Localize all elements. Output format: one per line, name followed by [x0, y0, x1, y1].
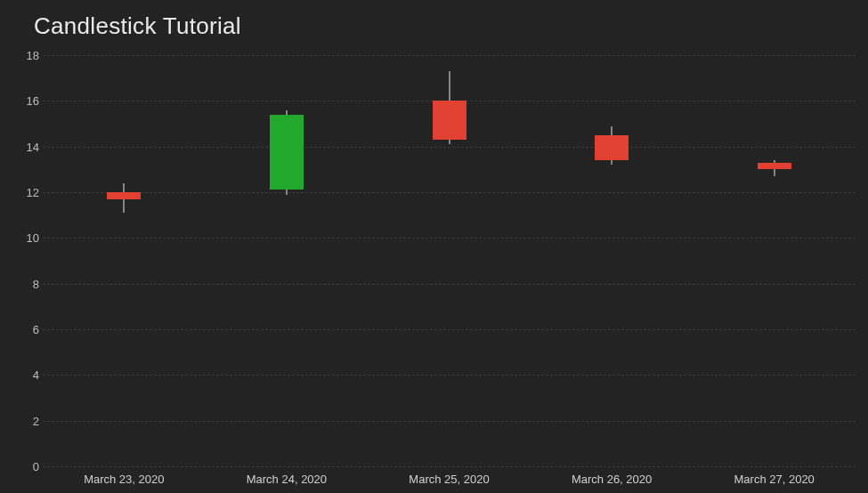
x-tick-label: March 24, 2020 — [247, 473, 327, 486]
candlestick-body — [758, 163, 791, 170]
y-tick-label: 12 — [16, 186, 39, 199]
candlestick — [270, 55, 304, 466]
x-tick-label: March 23, 2020 — [84, 473, 164, 486]
y-gridline — [43, 466, 856, 467]
y-tick-label: 6 — [16, 323, 39, 336]
x-tick-label: March 25, 2020 — [409, 473, 489, 486]
chart-container: Candlestick Tutorial 024681012141618Marc… — [0, 0, 868, 493]
y-tick-label: 4 — [16, 368, 39, 382]
y-tick-label: 10 — [16, 231, 39, 245]
candlestick — [433, 55, 466, 466]
plot-area: 024681012141618March 23, 2020March 24, 2… — [43, 55, 856, 466]
y-tick-label: 18 — [16, 49, 39, 62]
y-tick-label: 14 — [16, 140, 39, 153]
candlestick-body — [433, 101, 466, 140]
candlestick — [595, 55, 629, 466]
y-tick-label: 8 — [16, 277, 39, 290]
candlestick-body — [595, 135, 629, 160]
candlestick — [107, 55, 141, 466]
x-tick-label: March 27, 2020 — [734, 473, 815, 486]
y-tick-label: 2 — [16, 414, 39, 427]
chart-title: Candlestick Tutorial — [34, 12, 241, 40]
candlestick — [758, 55, 791, 466]
y-tick-label: 0 — [16, 460, 39, 473]
y-tick-label: 16 — [16, 94, 39, 108]
candlestick-body — [107, 192, 141, 199]
x-tick-label: March 26, 2020 — [572, 473, 652, 486]
candlestick-body — [270, 115, 304, 190]
